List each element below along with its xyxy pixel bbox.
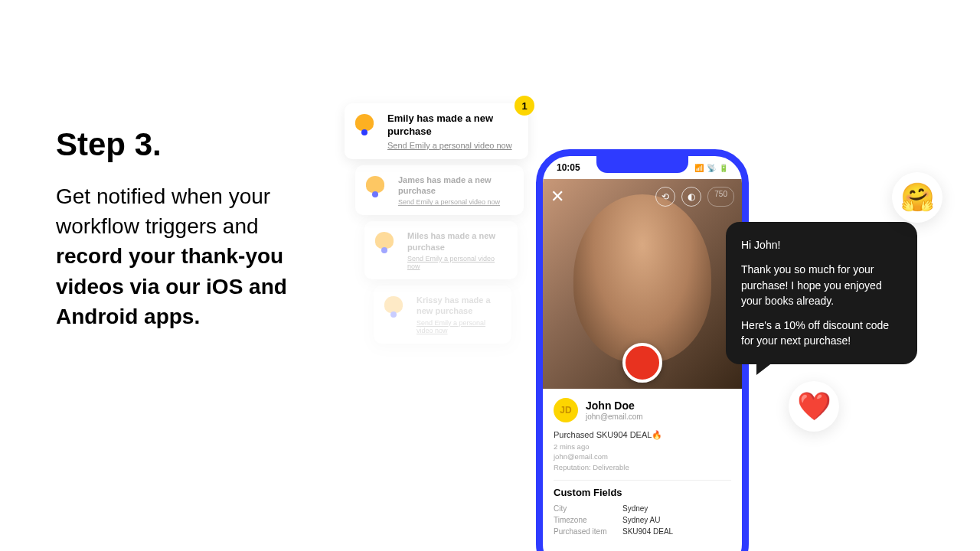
notification-badge: 1 <box>514 96 534 116</box>
cf-value: SKU904 DEAL <box>622 527 673 536</box>
speed-pill[interactable]: 750 <box>707 187 734 207</box>
notification-link[interactable]: Send Emily a personal video now <box>416 319 499 334</box>
camera-controls: ✕ ⟲ ◐ 750 <box>543 187 742 207</box>
custom-field-row: Purchased item SKU904 DEAL <box>554 526 731 537</box>
record-button[interactable] <box>622 343 662 383</box>
notification-card[interactable]: Krissy has made a new purchase Send Emil… <box>374 285 511 344</box>
cf-label: Purchased item <box>554 527 622 536</box>
notification-title: Miles has made a new purchase <box>407 230 505 253</box>
status-icons: 📶 📡 🔋 <box>694 164 728 172</box>
speech-bubble: Hi John! Thank you so much for your purc… <box>726 222 917 364</box>
flip-camera-icon[interactable]: ⟲ <box>655 187 675 207</box>
custom-fields-heading: Custom Fields <box>554 487 731 498</box>
cf-value: Sydney <box>622 504 648 513</box>
notification-title: James has made a new purchase <box>398 174 511 197</box>
wifi-icon: 📡 <box>707 164 716 172</box>
bell-icon <box>355 114 377 135</box>
custom-field-row: Timezone Sydney AU <box>554 514 731 526</box>
step-title: Step 3. <box>56 126 316 163</box>
status-time: 10:05 <box>557 162 580 173</box>
step-body-plain: Get notified when your workflow triggers… <box>56 184 270 238</box>
notification-stack: 1 Emily has made a new purchase Send Emi… <box>345 103 528 350</box>
notification-title: Emily has made a new purchase <box>387 112 516 139</box>
purchase-line: Purchased SKU904 DEAL🔥 <box>554 430 731 440</box>
meta-time: 2 mins ago <box>554 442 731 452</box>
meta-reputation: Reputation: Deliverable <box>554 462 731 472</box>
signal-icon: 📶 <box>694 164 704 172</box>
step-copy: Step 3. Get notified when your workflow … <box>56 126 316 331</box>
notification-card[interactable]: 1 Emily has made a new purchase Send Emi… <box>345 103 528 159</box>
user-email: john@email.com <box>586 412 643 421</box>
cf-value: Sydney AU <box>622 516 660 524</box>
bubble-paragraph: Here's a 10% off discount code for your … <box>741 318 902 349</box>
notification-title: Krissy has made a new purchase <box>416 295 499 317</box>
bell-icon <box>375 232 397 253</box>
meta-email: john@email.com <box>554 452 731 461</box>
hug-emoji-icon: 🤗 <box>892 172 942 223</box>
avatar: JD <box>554 398 578 422</box>
camera-viewport: ✕ ⟲ ◐ 750 <box>543 179 742 389</box>
bell-icon <box>366 176 387 197</box>
step-body-bold: record your thank-you videos via our iOS… <box>56 244 287 328</box>
notification-card[interactable]: James has made a new purchase Send Emily… <box>355 165 524 216</box>
battery-icon: 🔋 <box>719 164 728 172</box>
notification-link[interactable]: Send Emily a personal video now <box>398 198 511 206</box>
cf-label: City <box>554 504 622 513</box>
step-body: Get notified when your workflow triggers… <box>56 181 316 331</box>
user-name: John Doe <box>586 399 643 412</box>
divider <box>554 480 731 481</box>
user-details: JD John Doe john@email.com Purchased SKU… <box>543 389 742 537</box>
notification-link[interactable]: Send Emily a personal video now <box>387 141 516 150</box>
heart-emoji-icon: ❤️ <box>789 381 839 432</box>
close-icon[interactable]: ✕ <box>550 187 564 207</box>
camera-feed <box>573 194 711 363</box>
custom-field-row: City Sydney <box>554 503 731 514</box>
timer-icon[interactable]: ◐ <box>681 187 701 207</box>
notification-card[interactable]: Miles has made a new purchase Send Emily… <box>364 221 518 279</box>
notification-link[interactable]: Send Emily a personal video now <box>407 255 505 270</box>
phone-mockup: 10:05 📶 📡 🔋 ✕ ⟲ ◐ 750 JD John Doe john@e… <box>536 149 749 551</box>
bell-icon <box>384 296 406 318</box>
phone-notch <box>596 156 688 173</box>
bubble-paragraph: Thank you so much for your purchase! I h… <box>741 262 902 308</box>
user-row: JD John Doe john@email.com <box>554 398 731 422</box>
cf-label: Timezone <box>554 516 622 524</box>
bubble-greeting: Hi John! <box>741 237 902 253</box>
